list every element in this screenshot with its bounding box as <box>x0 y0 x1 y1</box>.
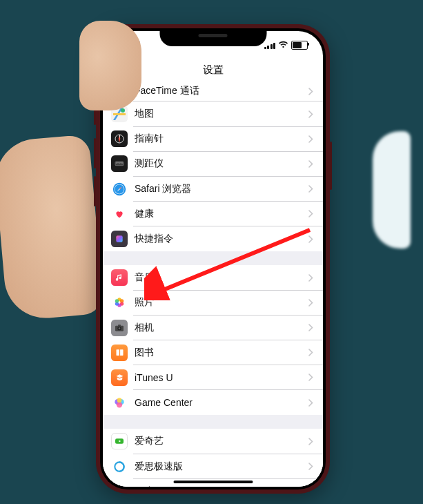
status-right <box>264 39 308 50</box>
cellular-icon <box>264 41 276 49</box>
settings-row-photos[interactable]: 照片 <box>103 290 323 315</box>
wifi-icon <box>278 39 288 50</box>
hand <box>0 134 104 321</box>
svg-point-2 <box>121 108 125 113</box>
svg-point-27 <box>117 398 122 403</box>
svg-rect-23 <box>118 324 121 326</box>
health-icon <box>111 206 128 222</box>
books-icon <box>111 345 128 361</box>
scene-photo: 9:07 设置 FaceTime 通话地图指南针测距仪Safari 浏览 <box>0 0 423 504</box>
chevron-right-icon <box>308 210 313 217</box>
svg-point-22 <box>119 327 121 329</box>
page-title: 设置 <box>203 64 224 77</box>
chevron-right-icon <box>308 185 313 193</box>
svg-rect-13 <box>116 235 122 242</box>
row-label: 快捷指令 <box>135 233 308 245</box>
settings-row-books[interactable]: 图书 <box>103 340 323 365</box>
group-separator <box>103 415 323 429</box>
itunesu-icon <box>111 369 128 386</box>
settings-row-music[interactable]: 音乐 <box>103 265 323 290</box>
notch <box>159 28 266 46</box>
chevron-right-icon <box>308 324 313 331</box>
chevron-right-icon <box>308 399 313 407</box>
chevron-right-icon <box>308 160 313 168</box>
settings-row-gamecenter[interactable]: Game Center <box>103 390 323 415</box>
background-object <box>373 131 411 249</box>
volume-down-button <box>94 176 96 206</box>
chevron-right-icon <box>308 299 313 307</box>
group-separator <box>103 251 323 265</box>
home-indicator[interactable] <box>173 481 253 483</box>
row-label: 指南针 <box>135 133 308 145</box>
settings-row-iqiyi[interactable]: 爱奇艺 <box>103 429 323 454</box>
chevron-right-icon <box>308 349 313 356</box>
chevron-right-icon <box>308 235 313 243</box>
music-icon <box>111 269 128 286</box>
gamecenter-icon <box>111 394 128 411</box>
row-label: 爱思极速版 <box>135 461 308 473</box>
baidu-icon <box>111 483 128 487</box>
shortcuts-icon <box>111 231 128 247</box>
settings-row-safari[interactable]: Safari 浏览器 <box>103 177 323 202</box>
row-label: 健康 <box>135 208 308 220</box>
settings-group: FaceTime 通话地图指南针测距仪Safari 浏览器健康快捷指令 <box>103 81 323 251</box>
settings-row-measure[interactable]: 测距仪 <box>103 151 323 176</box>
chevron-right-icon <box>308 438 313 445</box>
row-label: 相机 <box>135 322 308 334</box>
chevron-right-icon <box>308 110 313 118</box>
row-label: 测距仪 <box>135 157 308 170</box>
hand-finger <box>79 21 141 110</box>
svg-point-26 <box>117 402 122 407</box>
row-label: 照片 <box>135 296 308 309</box>
row-label: FaceTime 通话 <box>135 85 308 97</box>
chevron-right-icon <box>308 88 313 95</box>
settings-group: 爱奇艺爱思极速版百度抖音短视频 <box>103 429 323 487</box>
row-label: iTunes U <box>135 372 308 383</box>
iqiyi-icon <box>111 433 128 449</box>
measure-icon <box>111 155 128 172</box>
camera-icon <box>111 320 128 336</box>
speaker <box>199 34 228 37</box>
svg-point-19 <box>115 300 119 303</box>
row-label: 音乐 <box>135 271 308 284</box>
chevron-right-icon <box>308 374 313 381</box>
settings-row-compass[interactable]: 指南针 <box>103 126 323 151</box>
settings-row-itunesu[interactable]: iTunes U <box>103 365 323 390</box>
row-label: 爱奇艺 <box>135 435 308 447</box>
compass-icon <box>111 130 128 147</box>
row-label: Safari 浏览器 <box>135 183 308 195</box>
row-label: 地图 <box>135 108 308 120</box>
safari-icon <box>111 181 128 197</box>
row-label: 图书 <box>135 347 308 359</box>
settings-row-health[interactable]: 健康 <box>103 202 323 226</box>
photos-icon <box>111 294 128 311</box>
settings-row-shortcuts[interactable]: 快捷指令 <box>103 226 323 251</box>
settings-row-aisi[interactable]: 爱思极速版 <box>103 454 323 478</box>
settings-list[interactable]: FaceTime 通话地图指南针测距仪Safari 浏览器健康快捷指令音乐照片相… <box>103 81 323 487</box>
screen: 9:07 设置 FaceTime 通话地图指南针测距仪Safari 浏览 <box>103 31 323 487</box>
battery-icon <box>291 41 308 50</box>
aisi-icon <box>111 458 128 475</box>
chevron-right-icon <box>308 463 313 470</box>
settings-row-camera[interactable]: 相机 <box>103 316 323 340</box>
chevron-right-icon <box>308 274 313 282</box>
row-label: Game Center <box>135 397 308 408</box>
side-button <box>330 142 332 190</box>
row-label: 百度 <box>135 485 308 487</box>
volume-up-button <box>94 138 96 168</box>
settings-group: 音乐照片相机图书iTunes UGame Center <box>103 265 323 415</box>
settings-row-maps[interactable]: 地图 <box>103 101 323 126</box>
chevron-right-icon <box>308 135 313 143</box>
